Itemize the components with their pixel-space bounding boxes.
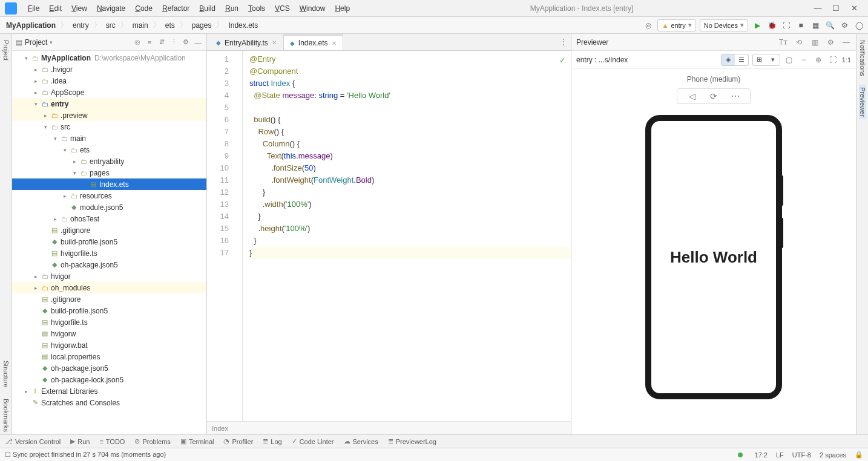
toolwindow-version-control[interactable]: ⎇Version Control <box>5 437 61 445</box>
collapse-icon[interactable]: ⇵ <box>157 38 166 46</box>
bookmarks-tool-tab[interactable]: Bookmarks <box>2 396 10 434</box>
tree-row[interactable]: ◆oh-package.json5 <box>12 362 206 374</box>
breadcrumb-item[interactable]: ets <box>163 21 177 30</box>
editor-tab[interactable]: ◆Index.ets✕ <box>283 34 343 50</box>
run-icon[interactable]: ▶ <box>752 21 763 30</box>
hide-icon[interactable]: — <box>193 39 203 46</box>
tree-row[interactable]: ✎Scratches and Consoles <box>12 397 206 408</box>
target-icon[interactable]: ◎ <box>643 21 654 30</box>
breadcrumb-item[interactable]: Index.ets <box>226 21 260 30</box>
toolwindow-run[interactable]: ▶Run <box>70 437 90 445</box>
line-separator[interactable]: LF <box>776 451 784 459</box>
font-icon[interactable]: Tᴛ <box>778 38 788 47</box>
fold-gutter[interactable] <box>235 51 243 421</box>
menu-refactor[interactable]: Refactor <box>157 4 194 13</box>
tree-row[interactable]: ◆oh-package-lock.json5 <box>12 374 206 385</box>
tree-row[interactable]: ▤.gitignore <box>12 293 206 305</box>
tree-row[interactable]: ▸🗀.idea <box>12 75 206 87</box>
menu-help[interactable]: Help <box>330 4 355 13</box>
tabs-more-icon[interactable]: ⋮ <box>560 38 567 46</box>
menu-file[interactable]: File <box>23 4 44 13</box>
notifications-tool-tab[interactable]: Notifications <box>859 38 866 79</box>
tree-row[interactable]: ▾🗀main <box>12 132 206 144</box>
layout-mode-toggle[interactable]: ⊞▾ <box>752 54 780 66</box>
tree-row[interactable]: ▤hvigorfile.ts <box>12 247 206 259</box>
toolwindow-todo[interactable]: ≡TODO <box>99 438 125 445</box>
menu-window[interactable]: Window <box>295 4 330 13</box>
toolwindow-services[interactable]: ☁Services <box>344 437 378 445</box>
tree-row[interactable]: ▤hvigorfile.ts <box>12 316 206 328</box>
tree-row[interactable]: ▾🗀pages <box>12 167 206 178</box>
locate-icon[interactable]: ◎ <box>133 38 142 46</box>
tree-row[interactable]: ◆oh-package.json5 <box>12 259 206 270</box>
gear-icon[interactable]: ⚙ <box>826 38 835 47</box>
tree-row[interactable]: ◆build-profile.json5 <box>12 305 206 316</box>
tree-row[interactable]: ◆module.json5 <box>12 201 206 213</box>
breadcrumb-item[interactable]: pages <box>189 21 214 30</box>
tree-row[interactable]: ▸🗀hvigor <box>12 270 206 282</box>
module-selector[interactable]: ▲entry▾ <box>657 19 695 31</box>
device-selector[interactable]: No Devices▾ <box>700 19 748 31</box>
code-editor[interactable]: ✓ @Entry@Componentstruct Index { @State … <box>245 51 571 421</box>
project-tree[interactable]: ▾🗀MyApplicationD:\workspace\MyApplicatio… <box>12 51 206 434</box>
stop-icon[interactable]: ■ <box>795 21 806 30</box>
more-icon[interactable]: ⋯ <box>727 91 744 101</box>
maximize-button[interactable]: ☐ <box>827 4 845 13</box>
rotate-device-icon[interactable]: ⟳ <box>705 91 722 101</box>
toolwindow-terminal[interactable]: ▣Terminal <box>180 437 214 445</box>
coverage-icon[interactable]: ⛶ <box>781 21 792 30</box>
close-tab-icon[interactable]: ✕ <box>272 39 277 46</box>
breadcrumb-item[interactable]: MyApplication <box>4 21 58 30</box>
tree-row[interactable]: ▸🗀oh_modules <box>12 282 206 293</box>
structure-tool-tab[interactable]: Structure <box>2 358 10 390</box>
tree-row[interactable]: ▸🗀.preview <box>12 110 206 121</box>
fit-icon[interactable]: ⛶ <box>827 56 838 64</box>
options-icon[interactable]: ⋮ <box>169 38 179 46</box>
attach-icon[interactable]: ▦ <box>810 21 821 30</box>
toolwindow-problems[interactable]: ⊘Problems <box>134 437 170 445</box>
menu-run[interactable]: Run <box>220 4 243 13</box>
tree-row[interactable]: ◆build-profile.json5 <box>12 236 206 247</box>
tree-row[interactable]: ▤hvigorw <box>12 328 206 339</box>
indent[interactable]: 2 spaces <box>820 451 846 459</box>
settings-icon[interactable]: ⚙ <box>839 21 850 30</box>
menu-edit[interactable]: Edit <box>44 4 67 13</box>
menu-vcs[interactable]: VCS <box>270 4 295 13</box>
menu-build[interactable]: Build <box>194 4 220 13</box>
inspect-mode-toggle[interactable]: ◈☰ <box>721 54 749 66</box>
expand-icon[interactable]: ≡ <box>145 39 154 46</box>
back-icon[interactable]: ◁ <box>683 91 700 101</box>
lock-icon[interactable]: 🔒 <box>855 451 863 459</box>
editor-breadcrumb[interactable]: Index <box>207 421 571 434</box>
breadcrumb-item[interactable]: entry <box>70 21 91 30</box>
tree-row[interactable]: ▤hvigorw.bat <box>12 339 206 351</box>
encoding[interactable]: UTF-8 <box>792 451 811 459</box>
rotate-icon[interactable]: ▥ <box>810 38 820 47</box>
tree-row[interactable]: ▸🗀.hvigor <box>12 64 206 75</box>
device-nav-controls[interactable]: ◁ ⟳ ⋯ <box>677 88 751 104</box>
previewer-tool-tab[interactable]: Previewer <box>859 85 866 119</box>
menu-tools[interactable]: Tools <box>243 4 270 13</box>
close-tab-icon[interactable]: ✕ <box>332 40 337 47</box>
toolwindow-previewerlog[interactable]: ≣PreviewerLog <box>388 437 436 445</box>
toolwindow-log[interactable]: ≣Log <box>263 437 281 445</box>
tree-row[interactable]: ▤local.properties <box>12 351 206 362</box>
close-button[interactable]: ✕ <box>845 4 863 13</box>
tree-row[interactable]: ▸🗀entryability <box>12 155 206 167</box>
tree-row[interactable]: ▸⫴External Libraries <box>12 385 206 397</box>
tree-row[interactable]: ▾🗀ets <box>12 144 206 155</box>
toolwindow-profiler[interactable]: ◔Profiler <box>223 437 253 445</box>
profile-icon[interactable]: ◯ <box>853 21 864 30</box>
zoom-in-icon[interactable]: ⊕ <box>813 56 824 64</box>
tree-row[interactable]: ▸🗀ohosTest <box>12 213 206 224</box>
tree-row[interactable]: ▤.gitignore <box>12 224 206 236</box>
menu-code[interactable]: Code <box>130 4 157 13</box>
tree-row[interactable]: ▾🗀MyApplicationD:\workspace\MyApplicatio… <box>12 52 206 64</box>
breadcrumb-item[interactable]: src <box>104 21 118 30</box>
tree-row[interactable]: ▤Index.ets <box>12 178 206 190</box>
tree-row[interactable]: ▾🗀entry <box>12 98 206 110</box>
gear-icon[interactable]: ⚙ <box>181 38 191 46</box>
debug-icon[interactable]: 🐞 <box>766 21 777 30</box>
crop-icon[interactable]: ▢ <box>784 56 795 64</box>
breadcrumb-item[interactable]: main <box>130 21 151 30</box>
